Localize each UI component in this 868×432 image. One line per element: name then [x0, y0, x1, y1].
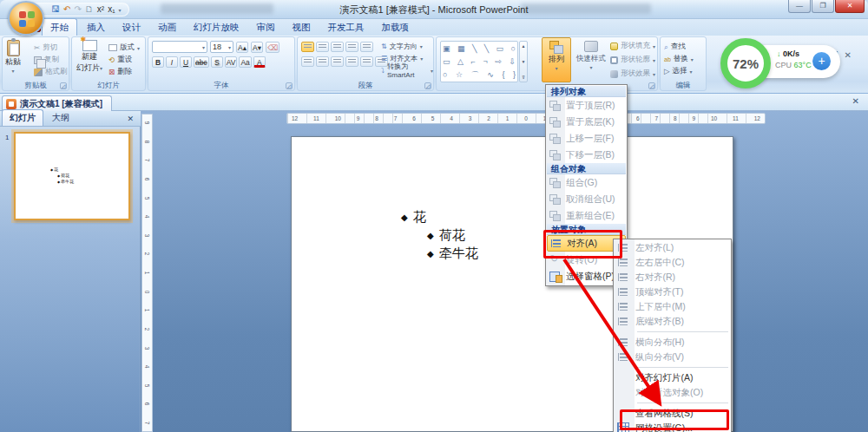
close-button[interactable]: ✕ [835, 0, 865, 13]
shape-effects-button[interactable]: 形状效果▾ [610, 67, 659, 81]
menu-item-右对齐(R)[interactable]: 右对齐(R) [615, 270, 730, 285]
shape-icon[interactable]: ⇨ [495, 56, 502, 69]
cut-button[interactable]: ✂剪切 [34, 42, 68, 54]
gallery-more-icon[interactable]: ⊽ [522, 75, 525, 80]
minimize-button[interactable]: — [788, 0, 811, 13]
shape-outline-button[interactable]: 形状轮廓▾ [610, 53, 659, 67]
tab-插入[interactable]: 插入 [79, 19, 113, 36]
bold-button[interactable]: B [152, 56, 164, 68]
qat-dropdown-icon[interactable]: ▾ [119, 7, 122, 13]
line-spacing-button[interactable] [360, 42, 373, 52]
shape-icon[interactable]: ⇩ [509, 56, 516, 69]
document-tab-close-icon[interactable]: ✕ [852, 96, 859, 106]
menu-item-组合(G)[interactable]: 组合(G) [547, 174, 626, 191]
redo-icon[interactable]: ↷ [74, 4, 81, 15]
shape-icon[interactable]: ▣ [443, 43, 450, 56]
shape-icon[interactable]: △ [457, 56, 464, 69]
font-color-button[interactable]: A [253, 56, 266, 68]
paste-button[interactable]: 粘贴▾ [5, 40, 21, 74]
slide-text-block[interactable]: ◆花◆荷花◆牵牛花 [401, 208, 478, 263]
shape-icon[interactable]: ╲ [472, 43, 477, 56]
align-right-button[interactable] [331, 56, 344, 67]
memory-gauge[interactable]: 72% [720, 38, 771, 88]
font-name-combo[interactable]: ▾ [152, 41, 207, 53]
shapes-gallery-scrollbar[interactable]: ▲ ▼ ⊽ [519, 41, 528, 82]
convert-smartart-button[interactable]: ⤵转换为 SmartArt▾ [381, 64, 433, 76]
tab-加载项[interactable]: 加载项 [374, 19, 418, 36]
undo-icon[interactable]: ↶ [63, 4, 70, 15]
paragraph-dialog-launcher-icon[interactable]: ◿ [424, 82, 431, 89]
tab-幻灯片放映[interactable]: 幻灯片放映 [186, 19, 247, 36]
tab-动画[interactable]: 动画 [150, 19, 184, 36]
tab-outline[interactable]: 大纲 [45, 110, 76, 126]
shape-icon[interactable]: ☆ [456, 69, 463, 82]
clear-formatting-button[interactable]: ⌫ [266, 42, 279, 53]
tab-视图[interactable]: 视图 [285, 19, 319, 36]
italic-button[interactable]: I [166, 56, 178, 68]
shape-icon[interactable]: ∿ [487, 69, 494, 82]
decrease-indent-button[interactable] [331, 42, 344, 52]
scroll-up-icon[interactable]: ▲ [522, 43, 526, 49]
justify-button[interactable] [345, 56, 358, 67]
menu-item-左右居中(C)[interactable]: 左右居中(C) [615, 255, 730, 270]
menu-item-取消组合(U)[interactable]: 取消组合(U) [547, 191, 626, 207]
superscript-button[interactable]: x² [97, 4, 104, 15]
reset-button[interactable]: ⟲重设 [108, 54, 140, 66]
panel-close-icon[interactable]: ✕ [127, 115, 134, 123]
menu-item-置于底层(K)[interactable]: 置于底层(K) [547, 114, 626, 130]
distributed-button[interactable] [360, 56, 373, 67]
tab-审阅[interactable]: 审阅 [249, 19, 283, 36]
font-dialog-launcher-icon[interactable]: ◿ [286, 82, 293, 89]
menu-item-重新组合(E)[interactable]: 重新组合(E) [547, 207, 626, 224]
shape-icon[interactable]: ╲ [484, 43, 489, 56]
font-size-combo[interactable]: 18▾ [210, 41, 233, 53]
tab-slides-thumbnails[interactable]: 幻灯片 [2, 109, 43, 126]
maximize-button[interactable]: ❐ [812, 0, 834, 13]
align-center-button[interactable] [316, 56, 329, 67]
scroll-down-icon[interactable]: ▼ [522, 59, 526, 64]
clipboard-dialog-launcher-icon[interactable]: ◿ [60, 82, 67, 89]
shape-icon[interactable]: ⌐ [471, 56, 476, 69]
menu-item-下移一层(B)[interactable]: 下移一层(B) [547, 147, 626, 163]
increase-indent-button[interactable] [345, 42, 358, 52]
quick-styles-button[interactable]: 快速样式▾ [574, 37, 608, 82]
menu-item-左对齐(L)[interactable]: 左对齐(L) [615, 240, 730, 255]
menu-item-上下居中(M)[interactable]: 上下居中(M) [615, 299, 730, 314]
new-slide-button[interactable]: 新建 幻灯片▾ [75, 40, 104, 74]
bullets-button[interactable] [301, 42, 314, 52]
layout-button[interactable]: 版式▾ [108, 42, 140, 54]
shape-icon[interactable]: ¬ [483, 56, 487, 69]
menu-item-顶端对齐(T)[interactable]: 顶端对齐(T) [615, 285, 730, 299]
shape-icon[interactable]: { [502, 69, 504, 82]
vertical-ruler[interactable]: 98765432101234567 [141, 114, 153, 432]
grow-font-button[interactable]: A▴ [236, 42, 248, 53]
office-button[interactable] [8, 1, 44, 36]
strikethrough-button[interactable]: abc [194, 56, 209, 68]
copy-button[interactable]: 复制 [34, 54, 68, 66]
save-icon[interactable]: 🖫 [51, 4, 60, 15]
shape-fill-button[interactable]: 形状填充▾ [610, 39, 659, 53]
menu-item-对齐幻灯片(A)[interactable]: 对齐幻灯片(A) [615, 370, 730, 385]
shape-icon[interactable]: ○ [443, 69, 447, 82]
numbering-button[interactable] [316, 42, 329, 52]
underline-button[interactable]: U [180, 56, 192, 68]
tab-设计[interactable]: 设计 [115, 19, 148, 36]
menu-item-对齐所选对象(O)[interactable]: 对齐所选对象(O) [615, 385, 730, 400]
text-direction-button[interactable]: ⇅文字方向▾ [381, 40, 433, 52]
align-left-button[interactable] [301, 56, 314, 67]
change-case-button[interactable]: Aa [239, 56, 251, 68]
shape-icon[interactable]: } [513, 69, 516, 82]
menu-item-横向分布(H)[interactable]: 横向分布(H) [615, 335, 730, 350]
shape-icon[interactable]: ▭ [443, 56, 450, 69]
doc-close-button[interactable]: ✕ [845, 50, 852, 60]
select-button[interactable]: ▷选择▾ [664, 65, 694, 77]
menu-item-置于顶层(R)[interactable]: 置于顶层(R) [547, 97, 626, 114]
menu-item-纵向分布(V)[interactable]: 纵向分布(V) [615, 350, 730, 364]
widget-plus-button[interactable]: + [812, 52, 831, 70]
shape-icon[interactable]: ○ [511, 43, 516, 56]
replace-button[interactable]: ab替换▾ [664, 53, 694, 65]
arrange-button[interactable]: 排列▾ [542, 37, 571, 82]
menu-item-底端对齐(B)[interactable]: 底端对齐(B) [615, 314, 730, 329]
find-button[interactable]: ⌕查找 [664, 41, 694, 53]
print-preview-icon[interactable]: 🗋 [85, 4, 94, 15]
